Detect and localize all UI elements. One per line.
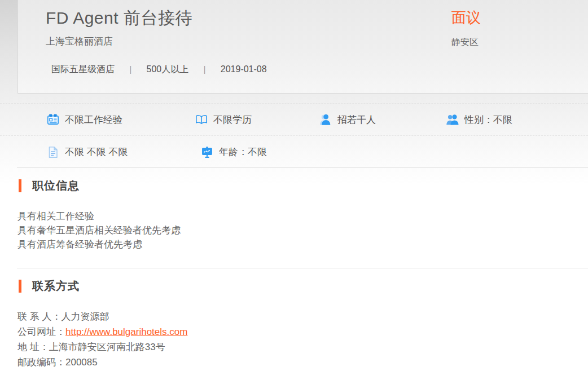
salary-value: 面议 xyxy=(451,8,481,28)
contact-section-header: 联系方式 xyxy=(19,279,80,294)
req-label: 不限工作经验 xyxy=(65,113,122,126)
website-line: 公司网址：http://www.bulgarihotels.com xyxy=(17,324,187,339)
address-value: 上海市静安区河南北路33号 xyxy=(49,342,165,352)
age-board-icon xyxy=(200,145,214,159)
meta-separator: | xyxy=(191,65,218,74)
req-label: 年龄：不限 xyxy=(219,145,267,158)
company-website-link[interactable]: http://www.bulgarihotels.com xyxy=(65,326,187,337)
req-label: 不限 不限 不限 xyxy=(65,145,128,158)
req-work-experience: 不限工作经验 xyxy=(46,113,195,126)
postcode-line: 邮政编码：200085 xyxy=(17,355,187,370)
headcount-person-icon xyxy=(319,113,332,126)
requirements-row-2: 不限 不限 不限 年龄：不限 xyxy=(0,136,588,168)
job-detail-page: FD Agent 前台接待 上海宝格丽酒店 国际五星级酒店 | 500人以上 |… xyxy=(0,0,588,371)
contact-person-line: 联 系 人：人力资源部 xyxy=(17,309,187,324)
education-book-icon xyxy=(195,113,208,126)
req-headcount: 招若干人 xyxy=(319,113,446,126)
postcode-value: 200085 xyxy=(65,357,98,368)
address-line: 地 址：上海市静安区河南北路33号 xyxy=(17,339,187,355)
job-title: FD Agent 前台接待 xyxy=(46,7,192,30)
company-name: 上海宝格丽酒店 xyxy=(46,35,113,48)
section-divider xyxy=(17,167,588,168)
section-title: 联系方式 xyxy=(32,279,80,294)
contact-person-value: 人力资源部 xyxy=(61,311,109,322)
job-description-line: 具有酒店筹备经验者优先考虑 xyxy=(17,237,181,251)
contact-info: 联 系 人：人力资源部 公司网址：http://www.bulgarihotel… xyxy=(17,309,187,370)
section-divider xyxy=(17,268,588,268)
address-label: 地 址： xyxy=(17,342,49,352)
website-label: 公司网址： xyxy=(17,326,65,337)
req-gender: 性别：不限 xyxy=(446,113,512,126)
company-size: 500人以上 xyxy=(147,64,189,74)
job-info-section-header: 职位信息 xyxy=(19,178,80,193)
req-education: 不限学历 xyxy=(195,113,319,126)
work-experience-icon xyxy=(46,113,60,126)
accent-bar xyxy=(19,280,21,293)
contact-person-label: 联 系 人： xyxy=(17,311,61,322)
requirements-row-1: 不限工作经验 不限学历 xyxy=(0,104,588,136)
postcode-label: 邮政编码： xyxy=(17,357,65,368)
company-meta-row: 国际五星级酒店 | 500人以上 | 2019-01-08 xyxy=(51,64,267,76)
section-title: 职位信息 xyxy=(32,178,80,193)
accent-bar xyxy=(19,179,21,192)
req-label: 性别：不限 xyxy=(464,113,512,126)
job-header-card: FD Agent 前台接待 上海宝格丽酒店 国际五星级酒店 | 500人以上 |… xyxy=(17,0,588,94)
district-value: 静安区 xyxy=(451,37,479,48)
company-category: 国际五星级酒店 xyxy=(51,64,115,74)
meta-separator: | xyxy=(117,65,144,74)
req-label: 招若干人 xyxy=(337,113,376,126)
job-description-line: 具有奢华五星酒店相关经验者优先考虑 xyxy=(17,223,181,237)
document-icon xyxy=(46,145,60,159)
post-date: 2019-01-08 xyxy=(221,64,267,74)
job-description-line: 具有相关工作经验 xyxy=(17,209,181,223)
job-description: 具有相关工作经验 具有奢华五星酒店相关经验者优先考虑 具有酒店筹备经验者优先考虑 xyxy=(17,209,181,251)
gender-people-icon xyxy=(446,113,459,126)
req-age: 年龄：不限 xyxy=(200,145,267,159)
req-other: 不限 不限 不限 xyxy=(46,145,200,159)
requirements-table: 不限工作经验 不限学历 xyxy=(0,103,588,168)
req-label: 不限学历 xyxy=(213,113,252,126)
